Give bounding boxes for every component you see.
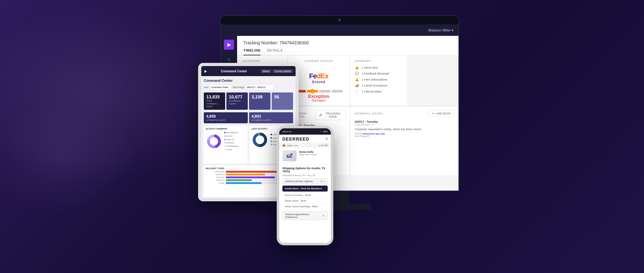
activity-donut-container: AUTOMATED ROUTES QUALITY MANUAL FORWARDE…	[206, 131, 246, 152]
internal-notes-label: INTERNAL NOTES	[355, 112, 383, 115]
edit-icon: ✏	[372, 123, 374, 126]
status-bar: !	[295, 90, 343, 92]
stat-card-3: 3,158 ...	[249, 92, 270, 110]
last-activity-donut-svg	[251, 131, 269, 148]
date-range-label: Date Range	[233, 86, 244, 88]
delivery-service-text: Delivery Service Options	[285, 180, 319, 183]
stat-num-6: 4,803	[252, 114, 291, 119]
sidebar-logo: ▶	[224, 40, 234, 50]
bar-fill-3	[226, 176, 275, 178]
fedex-ground: Ground	[309, 80, 328, 84]
phone-option-1[interactable]: Room of Choice - $148	[282, 192, 328, 198]
devices-container: Madison Miller ▾ ▶ ≡ 🏷 & ✓	[0, 0, 644, 273]
phone-option-3[interactable]: White Glove Assembly - $200	[282, 204, 328, 209]
tablet-stats-row-2: 4,859 AUTOMATED ALERTS 4,803 AUTOMATED A…	[204, 112, 293, 123]
fedex-text: FedEx	[309, 72, 328, 80]
activity-donut-svg	[206, 133, 222, 150]
stat-label-6: AUTOMATED ALERTS	[252, 119, 271, 121]
tracking-number: Tracking Number: 784764336300	[243, 40, 452, 45]
tablet-header: ▶ Command Center Admin Convey Support	[201, 66, 296, 76]
shipping-title: Shipping Options for Austin, TX 78701	[282, 167, 328, 173]
stat-card-1: 13,835 TOTAL SHIPMENTS TODAY	[204, 92, 225, 110]
summary-item-1: 🔔 1 Alerts Sent	[355, 66, 402, 69]
delivery-appointment-select[interactable]: Delivery Appointment Preference ▼	[282, 211, 328, 220]
product-name: Inova Sofa	[299, 150, 328, 153]
truck-icon: 🚚	[355, 84, 359, 87]
carrier-panel-title: CARRIER STATUS	[305, 59, 333, 63]
status-seg-gray-2	[332, 90, 343, 92]
tracking-page-button[interactable]: 🔗 TRACKING PAGE	[315, 110, 346, 120]
note-time-1: 7:56 PM CDT ✏	[355, 123, 454, 126]
activity-chart: ACTIVITY SUMMARY AUTO	[204, 126, 247, 164]
tablet-support-btn[interactable]: Convey Support	[273, 70, 292, 73]
phone-status-right: 96%	[323, 131, 328, 133]
stat-label-1: TOTAL SHIPMENTS TODAY	[206, 100, 217, 108]
phone-product-row: 🛋 Inova Sofa Ships from vendor	[282, 150, 328, 164]
stat-num-5: 4,859	[206, 114, 245, 119]
monitor-bezel-top	[221, 16, 458, 25]
note-tag-1: ⚑ IN TRANSIT	[355, 135, 454, 138]
phone-screen: ≡ DEERREED 📥 Inbox •••• 1:22 PM 🛋	[279, 135, 331, 243]
exception-text: Exception	[308, 94, 329, 99]
stat-card-5: 4,859 AUTOMATED ALERTS	[204, 112, 248, 123]
phone-device: Inbox •••• 96% ≡ DEERREED 📥 Inbox •••• 1…	[277, 126, 333, 245]
stat-num-2: 10,677	[229, 94, 245, 99]
product-image: 🛋	[282, 150, 297, 161]
stat-card-6: 4,803 AUTOMATED ALERTS	[249, 112, 293, 123]
product-info: Inova Sofa Ships from vendor	[299, 150, 328, 161]
bar-label-3: GROUND	[206, 176, 225, 178]
tablet-date-input[interactable]	[245, 84, 274, 90]
stat-num-1: 13,835	[206, 94, 223, 99]
internal-notes-header: INTERNAL NOTES ✏ ADD NOTE	[355, 110, 454, 117]
bar-label-5: HOME	[206, 182, 225, 184]
summary-item-4: 🚚 2 Carrier Exceptions	[355, 84, 402, 87]
tablet-search-input[interactable]	[209, 84, 231, 90]
inbox-icon: 📥	[282, 144, 286, 147]
product-sub: Ships from vendor	[299, 153, 328, 156]
bar-label-1: STANDARD	[206, 171, 225, 173]
summary-text-4: 2 Carrier Exceptions	[362, 84, 387, 87]
warn-icon: !	[310, 89, 315, 93]
fedex-logo: FedEx Ground	[309, 72, 328, 84]
summary-text-5: 1 Internal Notes	[362, 90, 382, 93]
stat-card-2: 10,677 AUTOMATED ALERTS	[226, 92, 248, 110]
phone-content: 🛋 Inova Sofa Ships from vendor Shipping …	[279, 148, 331, 224]
phone-brand: DEERREED	[282, 136, 328, 142]
summary-panel-title: SUMMARY	[355, 59, 402, 63]
bell-sub-icon: 🔔	[355, 78, 359, 81]
phone-camera-dot	[320, 131, 322, 132]
phone-menu-icon[interactable]: ≡	[325, 136, 328, 141]
summary-item-5: ✓ 1 Internal Notes	[355, 90, 402, 93]
comment-icon: 💬	[355, 72, 359, 75]
summary-text-3: 1 Alert Subscriptions	[362, 78, 387, 81]
phone-app-header: ≡ DEERREED	[279, 135, 331, 143]
activity-legend: AUTOMATED ROUTES QUALITY MANUAL FORWARDE…	[224, 131, 246, 152]
monitor-camera	[338, 19, 341, 21]
status-seg-warn: !	[307, 90, 318, 92]
time-label: 1:22 PM	[318, 144, 328, 147]
tab-details[interactable]: DETAILS	[267, 48, 283, 55]
tracking-page-btn-text: TRACKING PAGE	[324, 112, 342, 118]
tablet-section-title: Command Center	[204, 79, 293, 82]
phone-inbox-bar: 📥 Inbox •••• 1:22 PM	[279, 143, 331, 148]
tablet-title: Command Center	[221, 70, 247, 73]
phone-frame: Inbox •••• 96% ≡ DEERREED 📥 Inbox •••• 1…	[277, 126, 333, 245]
pencil-icon: ✏	[432, 112, 435, 115]
highlighted-option[interactable]: Inside Door - Free for Members	[282, 186, 328, 192]
user-menu[interactable]: Madison Miller ▾	[428, 28, 453, 32]
link-icon: 🔗	[319, 114, 322, 117]
check-icon: ✓	[355, 90, 359, 93]
stat-card-4: 56	[272, 92, 293, 110]
phone-option-2[interactable]: White Glove - $150	[282, 198, 328, 204]
activity-chart-title: ACTIVITY SUMMARY	[206, 128, 246, 130]
tab-timeline[interactable]: TIMELINE	[243, 48, 261, 55]
phone-status-left: Inbox ••••	[282, 131, 319, 133]
locations-panel-title: LOCATIONS	[242, 59, 283, 63]
delivery-service-select[interactable]: Delivery Service Options ▼ ℹ	[282, 178, 328, 184]
tablet-header-buttons: Admin Convey Support	[261, 70, 292, 73]
stat-num-4: 56	[274, 94, 291, 99]
summary-text-1: 1 Alerts Sent	[362, 66, 378, 69]
add-note-button[interactable]: ✏ ADD NOTE	[429, 110, 454, 117]
select-arrow-icon: ▼	[320, 180, 323, 183]
tablet-admin-btn[interactable]: Admin	[261, 70, 271, 73]
